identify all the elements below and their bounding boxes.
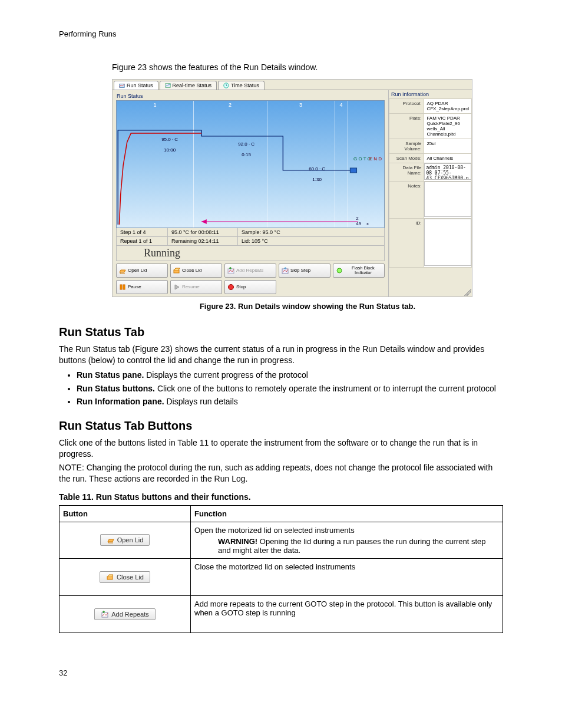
close-lid-button[interactable]: Close Lid [170, 263, 222, 278]
table-row: Open Lid Open the motorized lid on selec… [59, 522, 503, 558]
status-temp-for: 95.0 °C for 00:08:11 [168, 228, 238, 236]
open-lid-button-img: Open Lid [100, 534, 150, 546]
end-label: E N D [369, 157, 382, 162]
svg-rect-6 [174, 270, 179, 273]
btn-label: Flash Block Indicator [345, 266, 382, 275]
run-info-table: Protocol: AQ PDAR CFX_2stepAmp.prcl Plat… [389, 98, 472, 268]
svg-rect-3 [350, 168, 356, 173]
warning-label: WARNING! [218, 537, 257, 546]
bullet-list: Run Status pane. Displays the current pr… [77, 370, 503, 408]
realtime-icon [165, 83, 171, 88]
para-buttons-1: Click one of the buttons listed in Table… [59, 437, 503, 460]
step3-time: 1:30 [312, 177, 322, 182]
stop-button[interactable]: Stop [224, 280, 276, 294]
info-file-v[interactable] [424, 163, 471, 180]
status-repeat: Repeat 1 of 1 [117, 237, 168, 245]
svg-rect-7 [228, 269, 234, 274]
info-sample-v: 25ul [424, 139, 472, 153]
step1-temp: 95.0 · C [161, 137, 178, 142]
th-button: Button [59, 505, 191, 522]
tab-run-status[interactable]: Run Status [114, 81, 158, 90]
info-id-v[interactable] [424, 219, 471, 266]
status-step: Step 1 of 4 [117, 228, 168, 236]
intro-text: Figure 23 shows the features of the Run … [112, 62, 503, 73]
info-plate-v: FAM VIC PDAR QuickPlate2_96 wells_All Ch… [424, 113, 472, 139]
table-row: Close Lid Close the motorized lid on sel… [59, 558, 503, 595]
resume-icon [173, 284, 180, 291]
info-scan-v: All Channels [424, 153, 472, 163]
btn-label: Skip Step [290, 268, 310, 273]
info-file-k: Data File Name: [389, 163, 424, 181]
status-sample: Sample: 95.0 °C [238, 228, 384, 236]
fn-text: Add more repeats to the current GOTO ste… [191, 595, 503, 633]
btn-label: Resume [182, 284, 200, 289]
info-scan-k: Scan Mode: [389, 153, 424, 163]
status-lid: Lid: 105 °C [238, 237, 384, 245]
btn-label: Pause [128, 284, 141, 289]
tab-label: Real-time Status [173, 83, 212, 88]
chart-lines [117, 101, 384, 228]
warning-text: Opening the lid during a run pauses the … [218, 537, 486, 555]
flash-icon [336, 267, 343, 274]
chart-num-b: 49 [356, 221, 361, 226]
heading-run-status-buttons: Run Status Tab Buttons [59, 419, 503, 433]
open-lid-button[interactable]: Open Lid [116, 263, 168, 278]
svg-rect-14 [107, 577, 113, 579]
btn-label: Open Lid [128, 268, 147, 273]
list-item: Run Information pane. Displays run detai… [77, 396, 503, 407]
running-label: Running [120, 247, 180, 259]
stop-icon [227, 284, 234, 291]
resume-button[interactable]: Resume [170, 280, 222, 294]
close-lid-icon [173, 267, 180, 274]
add-repeats-icon [227, 267, 234, 274]
chart-num-c: x [366, 221, 369, 226]
svg-point-13 [229, 284, 234, 289]
fn-text: Close the motorized lid on selected inst… [191, 558, 503, 595]
skip-step-icon [282, 267, 289, 274]
protocol-chart: 1 2 3 4 [116, 100, 385, 228]
tab-label: Run Status [127, 83, 153, 88]
close-lid-icon [106, 574, 114, 581]
clock-icon [223, 83, 229, 88]
svg-marker-5 [201, 219, 207, 224]
run-details-screenshot: Run Status Real-time Status Time Status … [112, 79, 472, 297]
run-status-icon [119, 83, 125, 88]
heading-run-status-tab: Run Status Tab [59, 325, 503, 339]
list-item: Run Status buttons. Click one of the but… [77, 383, 503, 394]
page-header: Performing Runs [59, 29, 503, 38]
tab-label: Time Status [231, 83, 259, 88]
add-repeats-button-img: Add Repeats [94, 608, 156, 620]
flash-block-button[interactable]: Flash Block Indicator [333, 263, 385, 278]
svg-marker-12 [175, 285, 179, 289]
fn-text: Open the motorized lid on selected instr… [194, 526, 499, 535]
open-lid-icon [119, 267, 126, 274]
info-plate-k: Plate: [389, 113, 424, 139]
svg-rect-11 [123, 285, 125, 289]
pause-icon [119, 284, 126, 291]
tab-realtime-status[interactable]: Real-time Status [160, 81, 217, 90]
status-remaining: Remaining 02:14:11 [168, 237, 238, 245]
open-lid-icon [107, 536, 115, 543]
btn-label: Stop [236, 284, 246, 289]
pause-button[interactable]: Pause [116, 280, 168, 294]
btn-label: Add Repeats [236, 268, 263, 273]
list-item: Run Status pane. Displays the current pr… [77, 370, 503, 381]
info-sample-k: Sample Volume: [389, 139, 424, 153]
step2-temp: 92.0 · C [238, 141, 254, 147]
resize-grip-icon[interactable] [464, 289, 471, 296]
table-row: Add Repeats Add more repeats to the curr… [59, 595, 503, 633]
add-repeats-icon [101, 611, 109, 618]
para-buttons-2: NOTE: Changing the protocol during the r… [59, 462, 503, 485]
info-id-k: ID: [389, 218, 424, 267]
info-notes-k: Notes: [389, 181, 424, 218]
info-protocol-k: Protocol: [389, 98, 424, 113]
th-function: Function [191, 505, 503, 522]
svg-rect-8 [282, 269, 288, 274]
btn-label: Close Lid [182, 268, 201, 273]
table-caption: Table 11. Run Status buttons and their f… [59, 492, 503, 503]
info-notes-v[interactable] [424, 182, 471, 217]
tab-time-status[interactable]: Time Status [218, 81, 265, 90]
skip-step-button[interactable]: Skip Step [279, 263, 330, 278]
step1-time: 10:00 [164, 147, 176, 153]
add-repeats-button[interactable]: Add Repeats [224, 263, 276, 278]
